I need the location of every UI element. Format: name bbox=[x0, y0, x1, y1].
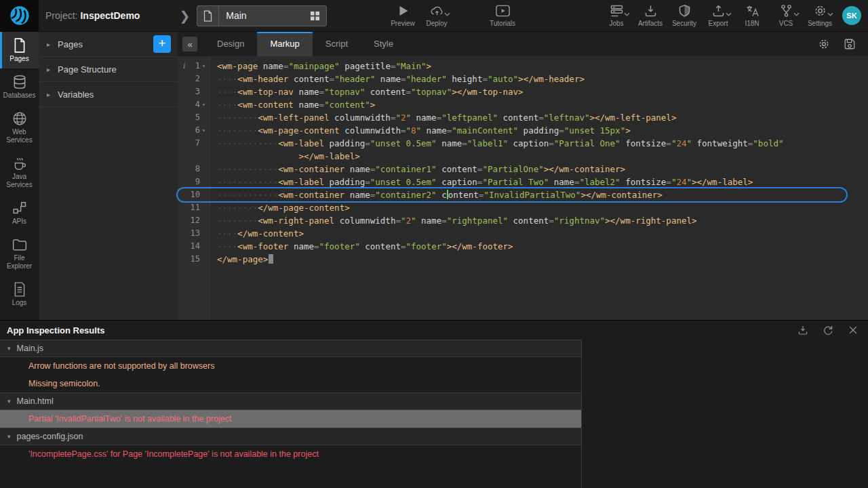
line-number-gutter[interactable]: 5 bbox=[178, 111, 210, 124]
code-text: ········<wm-page-content columnwidth="8"… bbox=[210, 124, 631, 137]
project-label: Project: bbox=[45, 10, 77, 21]
code-line[interactable]: 3····<wm-top-nav name="topnav" content="… bbox=[178, 85, 846, 98]
sidebar-item-web-services[interactable]: Web Services bbox=[0, 105, 39, 150]
vcs-button[interactable]: VCS bbox=[772, 4, 800, 27]
code-line-highlighted[interactable]: 10············<wm-container name="contai… bbox=[178, 188, 846, 201]
code-line[interactable]: 6▾········<wm-page-content columnwidth="… bbox=[178, 124, 846, 137]
code-line[interactable]: 12········<wm-right-panel columnwidth="2… bbox=[178, 214, 846, 227]
page-grid-icon[interactable] bbox=[303, 11, 326, 21]
tab-markup[interactable]: Markup bbox=[257, 32, 312, 56]
inspection-issue[interactable]: 'IncompletePage.css' for Page 'Incomplet… bbox=[0, 445, 581, 463]
database-icon bbox=[12, 75, 27, 89]
expand-arrow-icon[interactable]: ▸ bbox=[47, 41, 50, 48]
caret-down-icon bbox=[726, 10, 732, 14]
close-icon[interactable] bbox=[848, 325, 859, 336]
sidebar-item-apis[interactable]: APIs bbox=[0, 195, 39, 231]
inspection-group-main-js[interactable]: ▾Main.js bbox=[0, 340, 581, 357]
tab-design[interactable]: Design bbox=[204, 32, 257, 56]
code-line[interactable]: 7············<wm-label padding="unset 0.… bbox=[178, 137, 846, 150]
panel-section-variables[interactable]: ▸Variables bbox=[39, 82, 178, 107]
collapse-arrow-icon[interactable]: ▾ bbox=[7, 433, 11, 440]
collapse-arrow-icon[interactable]: ▾ bbox=[7, 398, 11, 405]
code-line[interactable]: 9············<wm-label padding="unset 0.… bbox=[178, 176, 846, 188]
i18n-button[interactable]: I18N bbox=[738, 4, 766, 27]
sidebar-item-file-explorer[interactable]: File Explorer bbox=[0, 231, 39, 276]
caret-down-icon bbox=[444, 10, 450, 14]
code-line[interactable]: 2····<wm-header content="header" name="h… bbox=[178, 73, 846, 85]
api-icon bbox=[12, 201, 27, 216]
export-button[interactable]: Export bbox=[705, 4, 732, 27]
security-button[interactable]: Security bbox=[671, 4, 698, 27]
code-area[interactable]: i1▾<wm-page name="mainpage" pagetitle="M… bbox=[178, 56, 868, 320]
inspection-group-main-html[interactable]: ▾Main.html bbox=[0, 392, 581, 410]
add-page-button[interactable]: + bbox=[153, 35, 171, 53]
sidebar-item-java-services[interactable]: Java Services bbox=[0, 150, 39, 195]
preview-button[interactable]: Preview bbox=[389, 4, 416, 27]
refresh-icon[interactable] bbox=[823, 325, 833, 336]
line-number-gutter[interactable]: 8 bbox=[178, 163, 210, 176]
action-label: VCS bbox=[779, 20, 793, 27]
artifacts-button[interactable]: Artifacts bbox=[637, 4, 664, 27]
line-number-gutter[interactable]: 11 bbox=[178, 201, 210, 214]
code-text: <wm-page name="mainpage" pagetitle="Main… bbox=[210, 60, 431, 73]
line-number-gutter[interactable]: 15 bbox=[178, 253, 210, 266]
line-number-gutter[interactable]: i1▾ bbox=[178, 60, 210, 73]
line-number-gutter[interactable]: 2 bbox=[178, 73, 210, 85]
logs-icon bbox=[12, 282, 27, 297]
code-line[interactable]: 5········<wm-left-panel columnwidth="2" … bbox=[178, 111, 846, 124]
code-line[interactable]: 4▾····<wm-content name="content"> bbox=[178, 98, 846, 111]
inspection-panel: App Inspection Results ▾Main.jsArrow fun… bbox=[0, 320, 868, 488]
line-number: 4 bbox=[195, 98, 200, 111]
jobs-button[interactable]: Jobs bbox=[603, 4, 630, 27]
fold-arrow-icon[interactable]: ▾ bbox=[200, 60, 208, 73]
code-line[interactable]: 8············<wm-container name="contain… bbox=[178, 163, 846, 176]
code-line[interactable]: 14····<wm-footer name="footer" content="… bbox=[178, 240, 846, 253]
tutorials-button[interactable]: Tutorials bbox=[489, 4, 516, 27]
save-icon[interactable] bbox=[844, 38, 856, 50]
page-selector[interactable]: Main bbox=[197, 5, 327, 26]
inspection-issue[interactable]: Partial 'InvalidPartialTwo' is not avail… bbox=[0, 410, 581, 428]
panel-section-page-structure[interactable]: ▸Page Structure bbox=[39, 57, 178, 82]
code-text: ····<wm-header content="header" name="he… bbox=[210, 73, 585, 85]
line-number-gutter[interactable]: 4▾ bbox=[178, 98, 210, 111]
line-number-gutter[interactable]: 13 bbox=[178, 227, 210, 240]
line-number-gutter[interactable]: 14 bbox=[178, 240, 210, 253]
collapse-panel-button[interactable]: « bbox=[182, 37, 197, 52]
inspection-group-pages-config-json[interactable]: ▾pages-config.json bbox=[0, 428, 581, 445]
download-icon[interactable] bbox=[797, 325, 808, 336]
expand-arrow-icon[interactable]: ▸ bbox=[47, 91, 50, 98]
sidebar-item-databases[interactable]: Databases bbox=[0, 68, 39, 105]
panel-section-label: Page Structure bbox=[58, 64, 117, 75]
panel-section-pages[interactable]: ▸Pages+ bbox=[39, 32, 178, 57]
code-line[interactable]: 11········</wm-page-content> bbox=[178, 201, 846, 214]
fold-arrow-icon[interactable]: ▾ bbox=[200, 98, 208, 111]
deploy-button[interactable]: Deploy bbox=[423, 4, 450, 27]
line-number-gutter[interactable]: 7 bbox=[178, 137, 210, 150]
code-line[interactable]: ></wm-label> bbox=[178, 150, 846, 163]
expand-arrow-icon[interactable]: ▸ bbox=[47, 66, 50, 73]
line-number-gutter[interactable]: 12 bbox=[178, 214, 210, 227]
inspection-issue[interactable]: Arrow functions are not supported by all… bbox=[0, 357, 581, 375]
line-number-gutter[interactable]: 6▾ bbox=[178, 124, 210, 137]
tab-style[interactable]: Style bbox=[361, 32, 406, 56]
line-number-gutter[interactable] bbox=[178, 150, 210, 163]
i18n-icon bbox=[745, 4, 760, 18]
action-label: I18N bbox=[745, 20, 759, 27]
sidebar-item-logs[interactable]: Logs bbox=[0, 276, 39, 312]
code-text: ····<wm-content name="content"> bbox=[210, 98, 375, 111]
settings-button[interactable]: Settings bbox=[806, 4, 833, 27]
inspection-issue[interactable]: Missing semicolon. bbox=[0, 375, 581, 392]
code-line[interactable]: i1▾<wm-page name="mainpage" pagetitle="M… bbox=[178, 60, 846, 73]
line-number-gutter[interactable]: 3 bbox=[178, 85, 210, 98]
code-line[interactable]: 15</wm-page> bbox=[178, 253, 846, 266]
tab-script[interactable]: Script bbox=[313, 32, 361, 56]
fold-arrow-icon[interactable]: ▾ bbox=[200, 124, 208, 137]
line-number-gutter[interactable]: 10 bbox=[178, 188, 210, 201]
sidebar-item-pages[interactable]: Pages bbox=[0, 32, 39, 68]
avatar[interactable]: SK bbox=[842, 6, 861, 25]
wavemaker-logo[interactable] bbox=[0, 0, 39, 32]
code-line[interactable]: 13····</wm-content> bbox=[178, 227, 846, 240]
collapse-arrow-icon[interactable]: ▾ bbox=[7, 345, 11, 352]
line-number-gutter[interactable]: 9 bbox=[178, 176, 210, 188]
markup-settings-icon[interactable] bbox=[818, 38, 830, 50]
